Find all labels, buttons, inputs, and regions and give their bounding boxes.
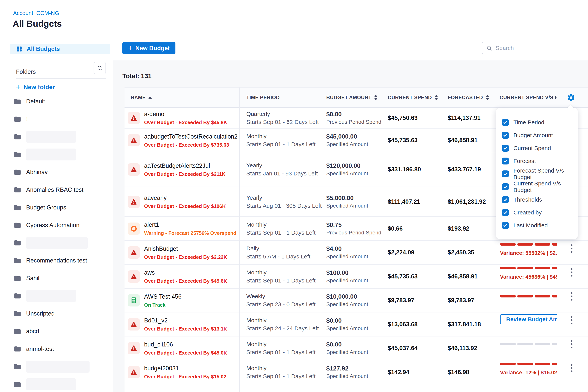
column-menu-item[interactable]: Forecast (502, 157, 536, 165)
budget-name: aabudgetToTestCostRecalculation2 (144, 133, 238, 140)
budget-amount-detail: Specified Amount (326, 253, 368, 260)
sidebar-item-all-budgets[interactable]: All Budgets (10, 44, 110, 54)
account-breadcrumb[interactable]: Account: CCM-NG (13, 10, 59, 16)
budget-name: aayearly (144, 194, 226, 202)
column-menu-item[interactable]: Current Spend V/s Budget (502, 183, 578, 190)
row-menu-button[interactable] (567, 242, 576, 254)
sidebar-folder[interactable]: Default (13, 92, 45, 110)
folder-icon (13, 257, 22, 264)
checkbox-checked[interactable] (502, 145, 509, 152)
row-menu-button[interactable] (567, 266, 576, 278)
sidebar-folder[interactable] (13, 358, 90, 376)
new-budget-button[interactable]: + New Budget (122, 42, 176, 54)
budget-amount-cell: $0.75Previous Period Spend (326, 217, 381, 240)
sidebar-folder[interactable]: Budget Groups (13, 199, 66, 216)
sidebar-folder[interactable]: Cypress Automation (13, 216, 79, 234)
row-menu-button[interactable] (567, 362, 576, 374)
budget-amount-detail: Specified Amount (326, 300, 368, 308)
spend-vs-budget-cell (500, 288, 557, 312)
sidebar-folder[interactable]: Abhinav (13, 163, 48, 181)
sidebar-folder[interactable]: abcd (13, 322, 39, 340)
time-period-detail: Starts Sep 23 - 0 Days Left (246, 300, 316, 308)
checkbox-checked[interactable] (502, 170, 509, 177)
table-row[interactable]: bud_cli106Over Budget - Exceeded By $45.… (124, 336, 588, 360)
budget-status: On Track (144, 302, 182, 308)
checkbox-checked[interactable] (502, 119, 509, 126)
time-period-cell: MonthlyStarts Sep 24 - 24 Days Left (246, 312, 319, 336)
column-menu-item[interactable]: Time Period (502, 118, 544, 126)
folder-search-button[interactable] (94, 62, 106, 74)
sort-icon[interactable] (374, 95, 378, 100)
new-folder-button[interactable]: + New folder (16, 82, 55, 92)
sidebar-folder[interactable] (13, 234, 88, 252)
review-budget-amount-button[interactable]: Review Budget Amount (500, 314, 557, 324)
sidebar-folder[interactable] (13, 128, 76, 146)
checkbox-checked[interactable] (502, 209, 509, 216)
budget-amount: $45,000.00 (326, 132, 368, 140)
checkbox-checked[interactable] (502, 196, 509, 203)
column-menu-item[interactable]: Created by (502, 209, 542, 216)
column-menu-item[interactable]: Budget Amount (502, 132, 553, 139)
budget-name-block: Bd01_v2Over Budget - Exceeded By $13.1K (144, 317, 227, 332)
row-menu-button[interactable] (567, 290, 576, 302)
folder-name: Sahil (26, 275, 40, 282)
column-settings-button[interactable] (565, 88, 577, 107)
column-header[interactable]: FORECASTED (448, 88, 489, 107)
folder-icon (13, 380, 22, 388)
search-field (482, 42, 588, 54)
budget-amount: $0.00 (326, 110, 381, 118)
time-period-detail: Starts Sep 24 - 24 Days Left (246, 324, 319, 332)
folder-icon (13, 274, 22, 282)
checkbox-checked[interactable] (502, 222, 509, 229)
budget-amount: $0.00 (326, 316, 368, 324)
row-menu-button[interactable] (567, 314, 576, 326)
budget-amount-cell: $45,000.00Specified Amount (326, 128, 368, 152)
checkbox-checked[interactable] (502, 132, 509, 139)
sidebar-folder[interactable]: Recommendations test (13, 252, 87, 270)
column-header[interactable]: CURRENT SPEND (388, 88, 438, 107)
folder-icon (13, 239, 22, 247)
sort-icon[interactable] (486, 95, 489, 100)
row-menu-button[interactable] (567, 338, 576, 350)
table-row[interactable]: Bd01_v2Over Budget - Exceeded By $13.1KM… (124, 312, 588, 336)
sort-ascending-icon[interactable] (148, 96, 152, 99)
sidebar-folder[interactable]: Unscripted (13, 305, 54, 322)
column-header-label: CURRENT SPEND V/S BUDGET (500, 94, 556, 100)
column-menu-item-label: Created by (514, 209, 542, 216)
table-row[interactable]: awsOver Budget - Exceeded By $45.6KMonth… (124, 264, 588, 288)
sidebar-folder[interactable] (13, 376, 76, 392)
checkbox-checked[interactable] (502, 158, 509, 164)
table-row[interactable]: AWS Test 456On TrackWeeklyStarts Sep 23 … (124, 288, 588, 312)
budget-name-cell: aayearlyOver Budget - Exceeded By $106K (128, 187, 226, 216)
column-menu-item[interactable]: Current Spend (502, 144, 551, 152)
sidebar-folder[interactable]: Sahil (13, 270, 40, 287)
folder-icon (13, 221, 22, 229)
column-menu-item[interactable]: Thresholds (502, 196, 542, 204)
column-header-label: BUDGET AMOUNT (326, 94, 372, 100)
column-menu-item[interactable]: Last Modified (502, 222, 548, 229)
redacted-folder-name (26, 131, 76, 143)
column-header[interactable]: NAME (131, 88, 152, 107)
column-menu-item-label: Last Modified (514, 222, 548, 229)
folder-name: Default (26, 98, 45, 105)
sidebar-folder[interactable]: anmol-test (13, 340, 54, 358)
sidebar-folder[interactable] (13, 146, 76, 163)
sidebar-folder[interactable]: ! (13, 110, 28, 128)
budget-amount-detail: Specified Amount (326, 140, 368, 148)
budget-name-cell: awsOver Budget - Exceeded By $45.6K (128, 264, 227, 288)
budget-name-cell: AWS Test 456On Track (128, 288, 182, 312)
sidebar-folder[interactable] (13, 287, 76, 305)
table-row-partial (124, 384, 588, 392)
current-spend: $142.94 (388, 360, 409, 384)
budget-name: a-demo (144, 110, 227, 118)
column-menu-item[interactable]: Forecast Spend V/s Budget (502, 170, 578, 178)
forecasted: $46,858.91 (448, 264, 478, 288)
column-header[interactable]: BUDGET AMOUNT (326, 88, 378, 107)
current-spend: $0.66 (388, 217, 403, 240)
search-input[interactable] (495, 44, 588, 52)
table-row[interactable]: budget20031Over Budget - Exceeded By $15… (124, 360, 588, 384)
table-row[interactable]: AnishBudgetOver Budget - Exceeded By $2.… (124, 241, 588, 264)
sort-icon[interactable] (434, 95, 438, 100)
checkbox-checked[interactable] (502, 183, 509, 190)
sidebar-folder[interactable]: Anomalies RBAC test (13, 181, 84, 199)
